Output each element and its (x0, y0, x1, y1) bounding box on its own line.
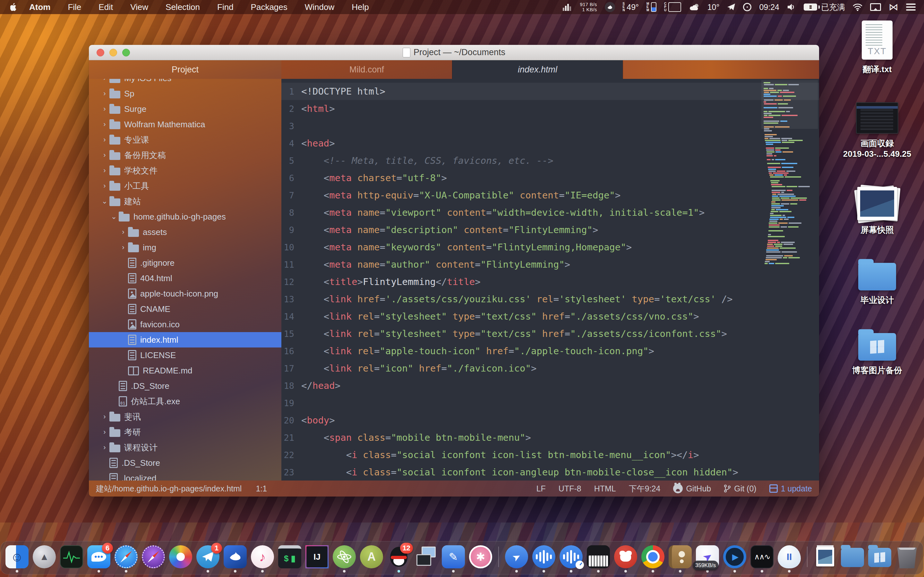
dock-item-intellij-idea[interactable]: IJ (305, 545, 328, 568)
contacts-book-icon[interactable] (669, 545, 692, 568)
tree-item--gitignore[interactable]: .gitignore (89, 255, 281, 271)
status-file-path[interactable]: 建站/home.github.io-gh-pages/index.html (96, 484, 242, 494)
dock-item-folder-blue[interactable] (841, 545, 864, 568)
code-line-11[interactable]: 11 <meta name="author" content="FlintyLe… (281, 256, 819, 273)
close-window-button[interactable] (97, 49, 104, 56)
dock-item-bear[interactable] (614, 545, 637, 568)
dock-item-qq[interactable]: 12 (387, 545, 410, 568)
dock-item-media-player[interactable] (723, 545, 746, 568)
code-line-4[interactable]: 4<head> (281, 135, 819, 152)
desktop-folder-blog-backup[interactable]: 博客图片备份 (852, 333, 902, 376)
zoom-window-button[interactable] (122, 49, 130, 56)
chevron-icon[interactable]: › (100, 79, 110, 82)
dash-icon[interactable] (224, 545, 247, 568)
menu-edit[interactable]: Edit (90, 0, 121, 14)
status-language[interactable]: HTML (594, 484, 616, 493)
weather-temp[interactable]: 10° (708, 3, 720, 12)
desktop-file-txt[interactable]: 翻译.txt (862, 21, 893, 75)
desktop-file-recording[interactable]: 画面収録2019-03-...5.49.25 (843, 102, 911, 159)
tab-index-html[interactable]: index.html (452, 60, 623, 79)
atom-icon[interactable] (333, 545, 356, 568)
dock-item-trash-full[interactable] (895, 545, 919, 568)
tree-item-surge[interactable]: ›Surge (89, 101, 281, 117)
tree-item--[interactable]: ›课程设计 (89, 440, 281, 455)
dock-item-screenshots-stack[interactable] (814, 545, 837, 568)
code-line-14[interactable]: 14 <link rel="stylesheet" type="text/css… (281, 308, 819, 325)
dock-item-itunes[interactable] (251, 545, 274, 568)
dock-item-midi-keyboard[interactable] (587, 545, 610, 568)
dock-item-android-studio[interactable]: A (360, 545, 383, 568)
tree-item-img[interactable]: ›img (89, 240, 281, 255)
status-cursor-position[interactable]: 1:1 (256, 484, 267, 493)
dock-item-activity-monitor[interactable] (60, 545, 83, 568)
code-editor[interactable]: 1<!DOCTYPE html>2<html>34<head>5 <!-- Me… (281, 79, 819, 480)
code-line-21[interactable]: 21 <span class="mobile btn-mobile-menu"> (281, 429, 819, 446)
dock-item-folder-windows[interactable] (868, 545, 891, 568)
dock-item-remote-desktop[interactable] (415, 545, 438, 568)
chevron-icon[interactable]: › (100, 120, 110, 129)
tree-item-favicon-ico[interactable]: favicon.ico (89, 317, 281, 332)
pink-laser-icon[interactable] (469, 545, 492, 568)
code-line-23[interactable]: 23 <i class="social iconfont icon-angleu… (281, 464, 819, 480)
menu-atom[interactable]: Atom (21, 0, 59, 14)
activity-monitor-icon[interactable] (60, 545, 83, 568)
chrome-icon[interactable] (641, 545, 664, 568)
code-line-20[interactable]: 20<body> (281, 412, 819, 429)
dock-item-notes-pencil[interactable] (442, 545, 465, 568)
chevron-icon[interactable]: › (100, 105, 110, 113)
voice-app-icon[interactable] (532, 545, 556, 568)
voice-gauge-app-icon[interactable] (559, 545, 583, 568)
code-line-15[interactable]: 15 <link rel="stylesheet" type="text/css… (281, 325, 819, 342)
window-titlebar[interactable]: Project — ~/Documents (89, 45, 819, 60)
folder-windows-icon[interactable] (868, 548, 891, 567)
itunes-icon[interactable] (251, 545, 274, 568)
chevron-icon[interactable]: › (118, 228, 128, 236)
tree-item--[interactable]: ›斐讯 (89, 409, 281, 424)
tree-item-apple-touch-icon-png[interactable]: apple-touch-icon.png (89, 286, 281, 301)
dock-item-dingtalk[interactable] (505, 545, 528, 568)
tree-item--[interactable]: ›备份用文稿 (89, 147, 281, 163)
ring-menu-icon[interactable] (743, 3, 751, 11)
safari-technology-preview-icon[interactable] (142, 545, 165, 568)
wifi-icon[interactable] (853, 3, 863, 11)
chevron-icon[interactable]: › (100, 428, 110, 436)
launchpad-icon[interactable] (33, 545, 56, 568)
sensor-temp[interactable]: SEN 49° (623, 2, 639, 12)
code-line-5[interactable]: 5 <!-- Meta, title, CSS, favicons, etc. … (281, 152, 819, 169)
volume-icon[interactable] (787, 3, 796, 11)
menu-clock[interactable]: 09:24 (759, 3, 779, 12)
minimize-window-button[interactable] (110, 49, 117, 56)
menu-window[interactable]: Window (296, 0, 343, 14)
media-player-icon[interactable] (723, 545, 746, 568)
chevron-icon[interactable]: › (100, 182, 110, 190)
code-line-3[interactable]: 3 (281, 117, 819, 135)
dock-item-waveform-monitor[interactable]: ∧∧∿ (750, 545, 774, 568)
code-lines[interactable]: 1<!DOCTYPE html>2<html>34<head>5 <!-- Me… (281, 79, 819, 480)
code-line-16[interactable]: 16 <link rel="apple-touch-icon" href="./… (281, 342, 819, 359)
intellij-idea-icon[interactable]: IJ (305, 545, 328, 568)
menu-list-icon[interactable] (906, 3, 916, 11)
status-git[interactable]: Git (0) (724, 484, 756, 493)
dock-item-pink-laser[interactable] (469, 545, 492, 568)
network-bars-icon[interactable] (563, 3, 572, 11)
battery-indicator[interactable]: 已充满 (804, 2, 845, 13)
terminal-icon[interactable]: $ ▮ (278, 545, 301, 568)
notes-pencil-icon[interactable] (442, 545, 465, 568)
code-line-9[interactable]: 9 <meta name="description" content="Flin… (281, 221, 819, 239)
code-line-18[interactable]: 18</head> (281, 377, 819, 394)
dock-item-launchpad[interactable] (33, 545, 56, 568)
chevron-icon[interactable]: › (100, 151, 110, 159)
code-line-19[interactable]: 19 (281, 394, 819, 412)
tree-item--[interactable]: ›考研 (89, 424, 281, 440)
tree-item-license[interactable]: LICENSE (89, 348, 281, 363)
tree-item-assets[interactable]: ›assets (89, 224, 281, 240)
menu-find[interactable]: Find (208, 0, 242, 14)
tree-item-index-html[interactable]: index.html (89, 332, 281, 348)
memory-gauge[interactable]: MEM (646, 2, 656, 12)
screenshots-stack-icon[interactable] (814, 545, 837, 568)
trash-full-icon[interactable] (895, 545, 919, 568)
dock-item-photos[interactable] (169, 545, 192, 568)
tree-item-home-github-io-gh-pages[interactable]: ⌄home.github.io-gh-pages (89, 209, 281, 224)
folder-blue-icon[interactable] (841, 548, 864, 567)
dock-item-contacts-book[interactable] (669, 545, 692, 568)
